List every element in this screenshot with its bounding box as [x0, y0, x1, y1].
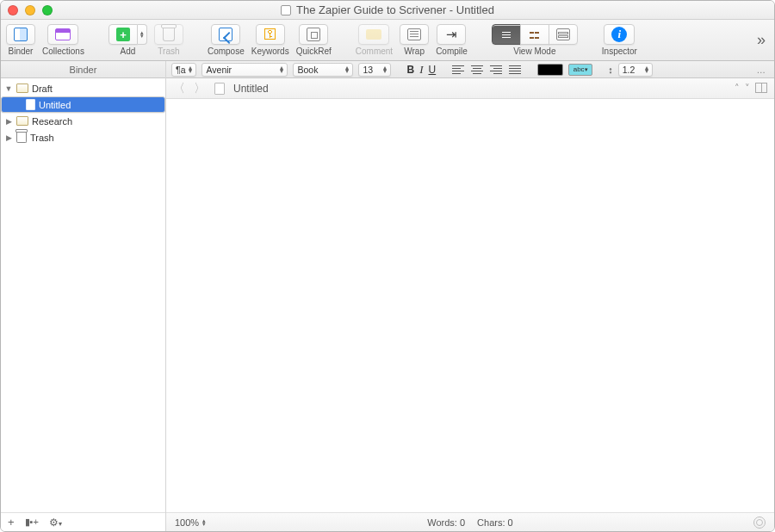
document-proxy-icon[interactable]: [281, 5, 291, 15]
binder-item-research[interactable]: ▶ Research: [1, 113, 165, 129]
highlight-swatch-label: abc: [574, 65, 585, 73]
text-color-swatch[interactable]: [537, 64, 563, 76]
italic-button[interactable]: I: [419, 63, 423, 77]
folder-icon: [16, 116, 28, 126]
compose-button[interactable]: [211, 24, 240, 45]
disclosure-triangle-icon[interactable]: ▶: [4, 133, 13, 142]
window-title: The Zapier Guide to Scrivener - Untitled: [1, 3, 774, 16]
wrap-button[interactable]: [400, 24, 429, 45]
app-window: The Zapier Guide to Scrivener - Untitled…: [0, 0, 775, 532]
zoom-stepper[interactable]: ▴▾: [202, 519, 206, 526]
binder-item-draft[interactable]: ▼ Draft: [1, 80, 165, 96]
nav-back-button[interactable]: 〈: [173, 81, 185, 96]
next-document-button[interactable]: ˅: [745, 83, 750, 94]
view-mode-label: View Mode: [513, 46, 555, 56]
compile-button[interactable]: ⇥: [437, 24, 466, 45]
highlight-color-swatch[interactable]: abc▾: [568, 64, 592, 76]
binder-toggle-button[interactable]: [6, 24, 35, 45]
font-family-select[interactable]: Avenir▴▾: [202, 63, 288, 77]
folder-icon: [16, 84, 28, 93]
nav-forward-button[interactable]: 〉: [194, 81, 206, 96]
disclosure-triangle-icon[interactable]: ▶: [4, 117, 13, 126]
editor-document-title[interactable]: Untitled: [233, 83, 269, 95]
font-style-select[interactable]: Book▴▾: [293, 63, 353, 77]
add-menu-button[interactable]: ▴▾: [138, 24, 147, 45]
editor-status-bar: 100% ▴▾ Words: 0 Chars: 0: [166, 512, 774, 531]
words-label: Words:: [427, 517, 457, 528]
char-count: Chars: 0: [477, 517, 513, 528]
pilcrow-label: ¶a: [176, 65, 185, 75]
align-justify-button[interactable]: [508, 64, 522, 76]
line-spacing-value: 1.2: [623, 65, 642, 75]
comment-icon: [366, 29, 381, 40]
collections-button[interactable]: [47, 24, 78, 45]
inspector-button[interactable]: i: [604, 24, 635, 45]
corkboard-view-icon: [528, 28, 542, 40]
paragraph-style-select[interactable]: ¶a▴▾: [171, 63, 196, 77]
format-more-button[interactable]: …: [753, 65, 770, 75]
window-title-text: The Zapier Guide to Scrivener - Untitled: [296, 3, 494, 16]
binder-header: Binder: [1, 61, 165, 78]
font-size-select[interactable]: 13▴▾: [358, 63, 391, 77]
add-button[interactable]: +: [108, 24, 138, 45]
titlebar: The Zapier Guide to Scrivener - Untitled: [1, 1, 774, 20]
view-mode-outline-button[interactable]: [549, 24, 578, 45]
page-icon: [26, 99, 35, 110]
font-style-value: Book: [297, 65, 342, 75]
comment-button[interactable]: [358, 24, 389, 45]
trash-label: Trash: [158, 46, 179, 56]
font-size-value: 13: [363, 65, 380, 75]
keywords-button[interactable]: ⚿: [256, 24, 285, 45]
trash-button[interactable]: [154, 24, 183, 45]
binder-tree: ▼ Draft Untitled ▶ Research ▶ Trash: [1, 78, 165, 512]
add-folder-button[interactable]: ▮▪+: [25, 517, 39, 528]
target-button[interactable]: [753, 517, 766, 529]
align-left-button[interactable]: [451, 64, 465, 76]
view-mode-document-button[interactable]: [492, 24, 521, 45]
editor-text-area[interactable]: [166, 99, 774, 512]
comment-label: Comment: [356, 46, 393, 56]
binder-item-untitled[interactable]: Untitled: [1, 96, 165, 113]
chars-value: 0: [508, 517, 513, 528]
binder-options-button[interactable]: ⚙︎▾: [49, 517, 62, 529]
toolbar-overflow-button[interactable]: »: [753, 31, 769, 49]
compose-icon: [219, 28, 232, 41]
align-center-button[interactable]: [470, 64, 484, 76]
view-mode-corkboard-button[interactable]: [520, 24, 549, 45]
trash-icon: [163, 28, 175, 41]
editor-header-bar: 〈 〉 Untitled ˄ ˅: [166, 78, 774, 99]
quickref-button[interactable]: [299, 24, 328, 45]
zoom-level[interactable]: 100%: [175, 517, 199, 528]
collections-label: Collections: [42, 46, 84, 56]
document-icon: [214, 83, 225, 95]
quickref-icon: [307, 28, 320, 41]
binder-item-label: Untitled: [39, 100, 71, 110]
align-right-button[interactable]: [489, 64, 503, 76]
binder-item-trash[interactable]: ▶ Trash: [1, 129, 165, 145]
bold-button[interactable]: B: [406, 64, 414, 76]
compile-label: Compile: [436, 46, 468, 56]
binder-item-label: Trash: [30, 133, 54, 143]
font-family-value: Avenir: [206, 65, 276, 75]
format-bar-controls: ¶a▴▾ Avenir▴▾ Book▴▾ 13▴▾ B I U abc▾ ↕ 1…: [166, 61, 774, 78]
binder-item-label: Draft: [32, 84, 53, 94]
info-icon: i: [611, 27, 627, 42]
main-body: Binder ▼ Draft Untitled ▶ Research ▶: [1, 61, 774, 531]
line-spacing-select[interactable]: 1.2▴▾: [618, 63, 653, 77]
compile-icon: ⇥: [446, 27, 457, 42]
prev-document-button[interactable]: ˄: [735, 83, 740, 94]
binder-label: Binder: [9, 46, 34, 56]
underline-button[interactable]: U: [429, 64, 437, 76]
editor-pane: ¶a▴▾ Avenir▴▾ Book▴▾ 13▴▾ B I U abc▾ ↕ 1…: [166, 61, 774, 531]
plus-icon: +: [116, 28, 130, 41]
outline-view-icon: [556, 28, 570, 40]
inspector-label: Inspector: [602, 46, 637, 56]
disclosure-triangle-icon[interactable]: ▼: [4, 84, 13, 93]
add-document-button[interactable]: +: [8, 516, 15, 529]
wrap-label: Wrap: [404, 46, 425, 56]
split-editor-button[interactable]: [755, 83, 767, 93]
compose-label: Compose: [208, 46, 245, 56]
key-icon: ⚿: [264, 27, 277, 42]
keywords-label: Keywords: [251, 46, 289, 56]
binder-header-label: Binder: [70, 65, 97, 75]
